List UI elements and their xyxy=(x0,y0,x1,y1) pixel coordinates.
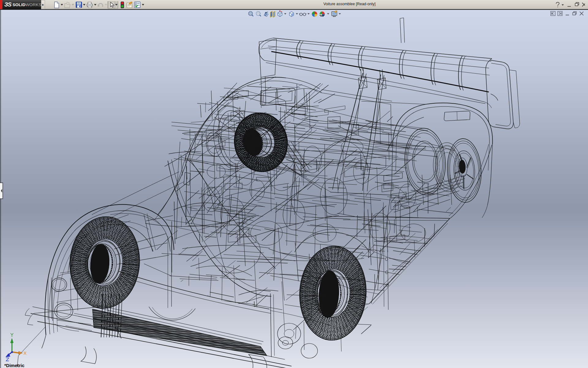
svg-text:*Dimetric: *Dimetric xyxy=(4,363,24,368)
